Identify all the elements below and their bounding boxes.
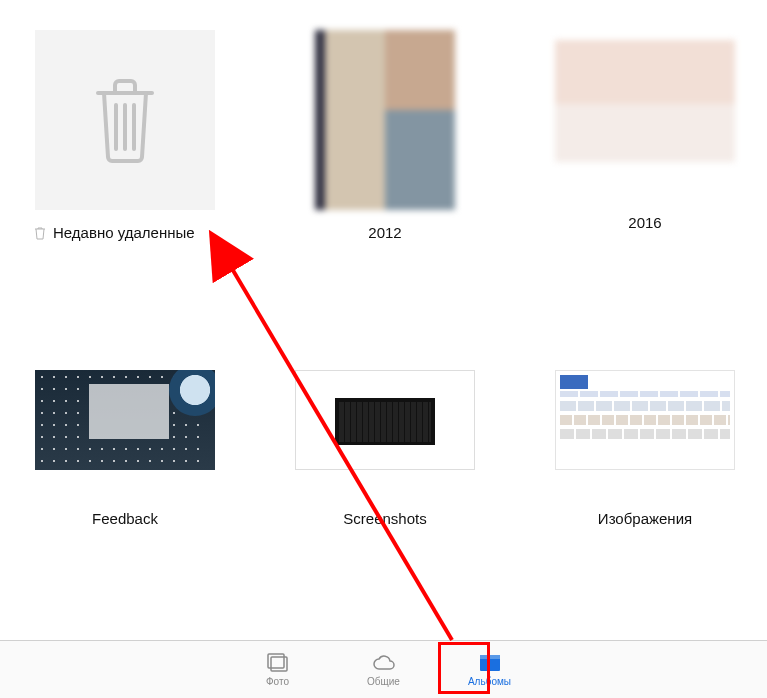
album-images[interactable]: Изображения [540,330,750,527]
album-thumb-screenshots [295,370,475,470]
album-recently-deleted[interactable]: Недавно удаленные [20,30,230,241]
annotation-highlight-box [438,642,490,694]
tab-bar: Фото Общие Альбомы [0,640,767,698]
tab-shared[interactable]: Общие [354,652,414,687]
cloud-icon [371,652,397,674]
album-label: Screenshots [280,510,490,527]
albums-grid: Недавно удаленные 2012 2016 Feedback Scr… [0,0,767,640]
album-2012[interactable]: 2012 [280,30,490,241]
album-label: Feedback [20,510,230,527]
album-thumb-images [555,370,735,470]
album-thumb-2016 [555,40,735,200]
tab-photos[interactable]: Фото [248,652,308,687]
trash-icon [90,75,160,165]
tab-label: Общие [367,676,400,687]
album-thumb-feedback [35,370,215,470]
album-thumb-recently-deleted [35,30,215,210]
photos-albums-screen: Недавно удаленные 2012 2016 Feedback Scr… [0,0,767,698]
album-label: 2012 [280,224,490,241]
album-screenshots[interactable]: Screenshots [280,330,490,527]
album-label: 2016 [540,214,750,231]
album-label: Недавно удаленные [53,224,195,241]
album-label-row: Недавно удаленные [20,224,230,241]
album-2016[interactable]: 2016 [540,30,750,231]
album-label: Изображения [540,510,750,527]
tab-label: Фото [266,676,289,687]
album-feedback[interactable]: Feedback [20,330,230,527]
photos-stack-icon [265,652,291,674]
album-thumb-2012 [315,30,455,210]
trash-small-icon [33,226,47,240]
